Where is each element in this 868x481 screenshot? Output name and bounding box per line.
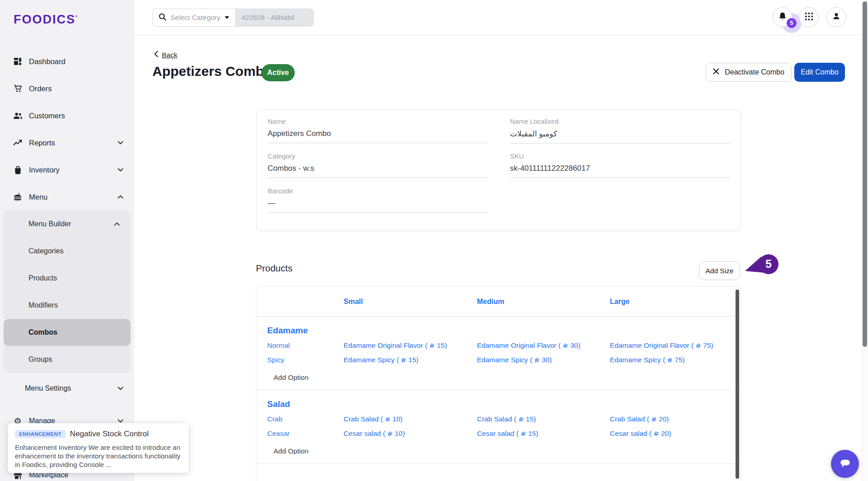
add-option-link[interactable]: Add Option xyxy=(274,447,309,455)
product-group-name[interactable]: Edamame xyxy=(267,326,308,336)
account-button[interactable] xyxy=(826,7,846,27)
sidebar-item-modifiers[interactable]: Modifiers xyxy=(4,292,131,319)
category-select-placeholder: Select Category xyxy=(170,14,221,22)
burger-menu-icon xyxy=(13,193,23,201)
saudi-riyal-icon xyxy=(429,343,435,348)
saudi-riyal-icon xyxy=(401,358,406,363)
sidebar-item-products[interactable]: Products xyxy=(4,265,131,292)
product-group-name[interactable]: Salad xyxy=(267,399,290,409)
sidebar-item-menu-settings[interactable]: Menu Settings xyxy=(0,378,134,399)
sidebar: FOODICS° Dashboard Orders Customers Repo… xyxy=(0,0,134,481)
sidebar-item-orders[interactable]: Orders xyxy=(0,78,134,99)
status-badge: Active xyxy=(261,64,295,81)
product-link[interactable]: Cesar salad (10) xyxy=(344,430,477,438)
sidebar-item-categories[interactable]: Categories xyxy=(4,238,131,265)
saudi-riyal-icon xyxy=(563,343,568,348)
size-column-medium[interactable]: Medium xyxy=(477,298,610,306)
size-column-large[interactable]: Large xyxy=(610,298,730,306)
product-link[interactable]: Edamame Spicy (30) xyxy=(477,356,610,364)
add-size-button[interactable]: Add Size xyxy=(699,262,740,280)
toast-body: Enhancement Inventory We are excited to … xyxy=(15,443,181,469)
product-option-row: CrabCrab Salad (10)Crab Salad (15)Crab S… xyxy=(267,412,730,426)
product-link[interactable]: Edamame Original Flavor (30) xyxy=(477,341,610,350)
product-option-row: SpicyEdamame Spicy (15)Edamame Spicy (30… xyxy=(267,353,730,367)
page-scrollbar-track[interactable] xyxy=(862,0,868,481)
people-icon xyxy=(13,112,23,119)
sidebar-item-label: Orders xyxy=(29,84,52,93)
sidebar-item-reports[interactable]: Reports xyxy=(0,132,134,154)
sidebar-item-customers[interactable]: Customers xyxy=(0,105,134,126)
field-label: Name xyxy=(268,117,488,125)
foodics-logo[interactable]: FOODICS° xyxy=(14,13,78,27)
product-link[interactable]: Crab Salad (15) xyxy=(477,415,610,423)
saudi-riyal-icon xyxy=(667,358,673,363)
deactivate-combo-button[interactable]: Deactivate Combo xyxy=(706,63,792,82)
product-link[interactable]: Edamame Original Flavor (75) xyxy=(610,341,730,350)
sidebar-item-dashboard[interactable]: Dashboard xyxy=(0,51,134,72)
chevron-left-icon xyxy=(154,51,158,59)
product-link[interactable]: Crab Salad (10) xyxy=(344,415,477,423)
sidebar-item-menu[interactable]: Menu xyxy=(0,186,134,208)
bag-icon xyxy=(13,166,23,174)
toast-header: ENHANCEMENT Negative Stock Control xyxy=(15,430,181,439)
option-label[interactable]: Crab xyxy=(267,415,283,423)
menu-submenu-panel: Menu Builder Categories Products Modifie… xyxy=(4,210,131,373)
name-field: Name Appetizers Combo xyxy=(268,117,488,143)
search-input[interactable] xyxy=(241,14,307,22)
table-scrollbar[interactable] xyxy=(736,290,739,479)
edit-combo-button[interactable]: Edit Combo xyxy=(794,63,845,82)
size-column-small[interactable]: Small xyxy=(344,298,477,306)
saudi-riyal-icon xyxy=(519,417,524,422)
product-group-section: EdamameNormalEdamame Original Flavor (15… xyxy=(256,317,741,390)
enhancement-toast[interactable]: ENHANCEMENT Negative Stock Control Enhan… xyxy=(8,423,189,473)
option-label[interactable]: Normal xyxy=(267,341,290,350)
chevron-down-icon xyxy=(118,387,123,390)
saudi-riyal-icon xyxy=(387,431,393,436)
sidebar-item-inventory[interactable]: Inventory xyxy=(0,159,134,181)
chat-launcher-button[interactable] xyxy=(831,450,859,478)
sidebar-item-combos[interactable]: Combos xyxy=(4,319,131,346)
product-link[interactable]: Edamame Original Flavor (15) xyxy=(344,341,477,350)
sidebar-item-menu-builder[interactable]: Menu Builder xyxy=(4,210,131,238)
chevron-down-icon xyxy=(118,168,123,172)
combo-details-card: Name Appetizers Combo Name Localized كوم… xyxy=(256,109,741,231)
select-caret-icon xyxy=(225,16,229,19)
dashboard-icon xyxy=(13,57,23,65)
product-group-section: SaladCrabCrab Salad (10)Crab Salad (15)C… xyxy=(256,390,741,464)
field-label: Barcode xyxy=(268,187,488,195)
sidebar-item-groups[interactable]: Groups xyxy=(4,346,131,373)
saudi-riyal-icon xyxy=(521,431,526,436)
field-label: SKU xyxy=(510,152,731,160)
back-link[interactable]: Back xyxy=(154,51,177,59)
saudi-riyal-icon xyxy=(385,417,391,422)
apps-grid-button[interactable] xyxy=(799,7,819,27)
field-value: Appetizers Combo xyxy=(268,125,488,143)
option-label[interactable]: Ceasar xyxy=(267,430,290,438)
saudi-riyal-icon xyxy=(651,417,657,422)
products-table-card: Small Medium Large EdamameNormalEdamame … xyxy=(256,286,741,481)
category-select[interactable]: Select Category xyxy=(153,9,235,26)
product-link[interactable]: Edamame Spicy (15) xyxy=(344,356,477,364)
saudi-riyal-icon xyxy=(654,431,659,436)
product-link[interactable]: Crab Salad (20) xyxy=(610,415,730,423)
product-link[interactable]: Cesar salad (15) xyxy=(477,430,610,438)
product-link[interactable]: Cesar salad (20) xyxy=(610,430,730,438)
product-option-row: CeasarCesar salad (10)Cesar salad (15)Ce… xyxy=(267,426,730,441)
saudi-riyal-icon xyxy=(534,358,540,363)
svg-text:5: 5 xyxy=(765,257,772,270)
option-label[interactable]: Spicy xyxy=(267,356,284,364)
page-scrollbar-thumb[interactable] xyxy=(863,1,867,347)
sku-field: SKU sk-40111111222286017 xyxy=(510,152,731,178)
person-icon xyxy=(832,12,841,23)
name-localized-field: Name Localized كومبو المقبلات xyxy=(510,117,731,144)
page-title: Appetizers Combo xyxy=(152,64,272,79)
products-table-body: EdamameNormalEdamame Original Flavor (15… xyxy=(256,317,741,464)
field-value: Combos - w.s xyxy=(268,160,488,178)
topbar: Select Category 5 xyxy=(134,0,862,35)
product-link[interactable]: Edamame Spicy (75) xyxy=(610,356,730,364)
add-option-link[interactable]: Add Option xyxy=(274,374,309,382)
sidebar-item-label: Inventory xyxy=(29,166,60,174)
product-option-row: NormalEdamame Original Flavor (15)Edamam… xyxy=(267,338,730,353)
search-icon xyxy=(159,13,166,23)
tutorial-step-marker: 5 xyxy=(744,253,780,278)
